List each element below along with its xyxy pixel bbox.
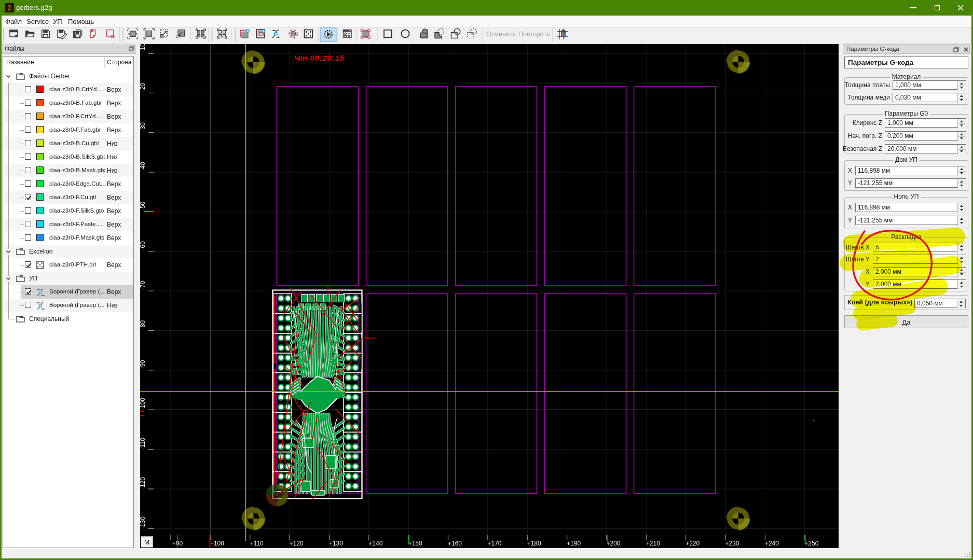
svg-text:+160: +160 [448, 540, 462, 547]
svg-text:-30: -30 [140, 122, 146, 132]
svg-text:-130: -130 [140, 516, 146, 529]
svg-text:+250: +250 [804, 540, 818, 547]
svg-text:Чт 00:20:15: Чт 00:20:15 [294, 53, 345, 62]
svg-text:-50: -50 [140, 201, 146, 211]
svg-text:+210: +210 [646, 540, 660, 547]
svg-text:+120: +120 [290, 540, 304, 547]
svg-text:+110: +110 [250, 540, 264, 547]
svg-text:+190: +190 [567, 540, 581, 547]
svg-text:-90: -90 [140, 360, 146, 369]
svg-text:+130: +130 [329, 540, 343, 547]
svg-text:-80: -80 [140, 320, 146, 330]
svg-text:+200: +200 [606, 540, 620, 547]
svg-text:+170: +170 [487, 540, 501, 547]
svg-text:-70: -70 [140, 281, 146, 290]
svg-text:+100: +100 [210, 540, 224, 547]
svg-text:+240: +240 [765, 540, 779, 547]
svg-text:+180: +180 [527, 540, 541, 547]
svg-text:-110: -110 [140, 438, 146, 450]
svg-text:-60: -60 [140, 241, 146, 250]
svg-text:2: 2 [8, 4, 11, 12]
svg-text:-120: -120 [140, 477, 146, 489]
svg-text:+220: +220 [686, 540, 700, 547]
svg-text:-100: -100 [140, 398, 146, 410]
svg-text:M: M [144, 539, 149, 546]
svg-text:-10: -10 [140, 44, 146, 52]
svg-text:-20: -20 [140, 82, 146, 92]
svg-text:Повторить: Повторить [518, 31, 550, 38]
svg-text:+150: +150 [408, 540, 422, 547]
svg-text:+140: +140 [368, 540, 382, 547]
svg-text:-40: -40 [140, 162, 146, 171]
svg-text:+230: +230 [725, 540, 739, 547]
svg-text:Отменить: Отменить [486, 31, 516, 38]
